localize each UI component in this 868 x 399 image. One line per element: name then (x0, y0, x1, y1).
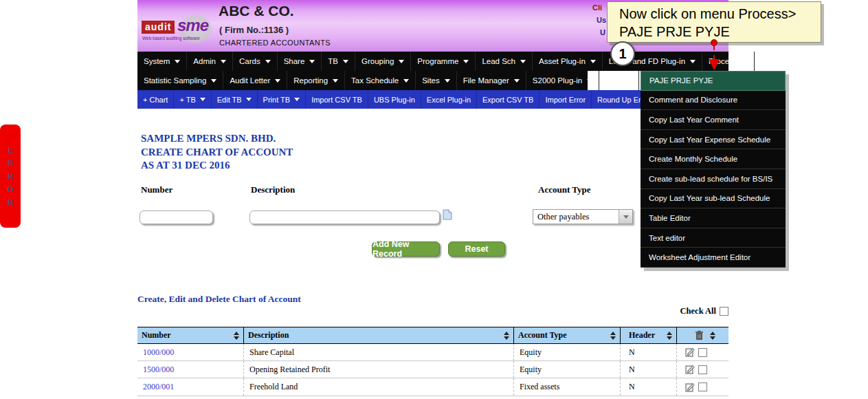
chevron-down-icon (294, 98, 300, 101)
account-number-link[interactable]: 2000/001 (143, 382, 174, 392)
tool-label: Print TB (263, 96, 291, 104)
dropdown-item-create-monthly[interactable]: Create Monthly Schedule (641, 149, 786, 169)
dropdown-item-paje-prje-pyje[interactable]: PAJE PRJE PYJE (641, 71, 786, 91)
dropdown-item-create-sublead[interactable]: Create sub-lead schedule for BS/IS (641, 169, 786, 189)
tool-export-csv-tb[interactable]: Export CSV TB (477, 90, 539, 109)
error-letter: E (8, 145, 13, 155)
menu-admin[interactable]: Admin (187, 52, 233, 71)
tool-print-tb[interactable]: Print TB (258, 90, 307, 109)
menu-bar-secondary: Statistic Sampling Audit Letter Reportin… (137, 71, 588, 90)
lookup-document-icon[interactable] (443, 209, 452, 220)
tool-label: + TB (179, 96, 195, 104)
tool-label: Excel Plug-in (427, 96, 471, 104)
menu-sites[interactable]: Sites (416, 71, 457, 90)
row-checkbox[interactable] (698, 348, 707, 357)
menu-label: Audit Letter (230, 76, 270, 85)
error-side-tab[interactable]: E R R O R (0, 125, 21, 228)
tool-ubs-plugin[interactable]: UBS Plug-in (368, 90, 421, 109)
account-type-select[interactable]: Other payables (533, 209, 633, 224)
pointer-dot (711, 39, 717, 46)
dropdown-item-copy-ly-comment[interactable]: Copy Last Year Comment (641, 110, 786, 130)
reset-button[interactable]: Reset (448, 241, 505, 257)
column-header-number[interactable]: Number (137, 327, 244, 343)
description-input[interactable] (249, 211, 440, 224)
menu-grouping[interactable]: Grouping (355, 52, 411, 71)
column-header-description[interactable]: Description (244, 327, 514, 343)
column-label: Header (629, 330, 664, 341)
tool-import-csv-tb[interactable]: Import CSV TB (306, 90, 368, 109)
tool-import-error[interactable]: Import Error (539, 90, 592, 109)
number-input[interactable] (140, 211, 213, 224)
menu-system[interactable]: System (137, 52, 187, 71)
clipped-text-click: Cli (592, 3, 602, 12)
row-checkbox[interactable] (698, 382, 707, 391)
add-new-record-button[interactable]: Add New Record (372, 241, 440, 257)
menu-cards[interactable]: Cards (233, 52, 278, 71)
menu-file-manager[interactable]: File Manager (457, 71, 526, 90)
error-letter: R (8, 197, 14, 208)
row-checkbox[interactable] (698, 365, 707, 374)
account-number-link[interactable]: 1500/000 (143, 365, 174, 375)
dropdown-item-text-editor[interactable]: Text editor (641, 228, 786, 248)
chart-of-account-table: Number Description Account Type Header (137, 327, 728, 396)
app-window: E R R O R audit sme Web based auditing s… (0, 0, 868, 399)
menu-share[interactable]: Share (278, 52, 322, 71)
menu-help[interactable]: Help (599, 71, 639, 90)
dropdown-item-comment-disclosure[interactable]: Comment and Disclosure (641, 91, 786, 111)
tool-label: Import CSV TB (311, 96, 362, 104)
menu-label: Cards (239, 57, 260, 65)
menu-label: Programme (417, 57, 458, 65)
chevron-down-icon (175, 60, 180, 63)
tool-add-chart[interactable]: + Chart (137, 90, 174, 109)
sort-icon[interactable] (667, 332, 672, 340)
logo-audit-text: audit (142, 21, 175, 34)
menu-label: S2000 Plug-in (533, 76, 582, 85)
menu-label: Admin (193, 57, 216, 65)
menu-audit-letter[interactable]: Audit Letter (223, 71, 287, 90)
auditsme-logo: audit sme Web based auditing software (142, 15, 219, 47)
menu-label: Help (605, 76, 622, 85)
dropdown-item-copy-ly-expense[interactable]: Copy Last Year Expense Schedule (641, 130, 786, 150)
menu-s2000-plugin[interactable]: S2000 Plug-in (526, 71, 599, 90)
trash-icon[interactable] (695, 330, 704, 341)
column-header-header[interactable]: Header (621, 327, 677, 343)
menu-reporting[interactable]: Reporting (287, 71, 345, 90)
tool-add-tb[interactable]: + TB (174, 90, 211, 109)
dropdown-item-table-editor[interactable]: Table Editor (641, 208, 786, 228)
column-header-account-type[interactable]: Account Type (514, 327, 621, 343)
menu-statistic-sampling[interactable]: Statistic Sampling (137, 71, 223, 90)
check-all-checkbox[interactable] (720, 307, 728, 316)
tool-edit-tb[interactable]: Edit TB (212, 90, 258, 109)
firm-number: ( Firm No.:1136 ) (219, 25, 289, 35)
chevron-down-icon (627, 79, 632, 83)
tool-excel-plugin[interactable]: Excel Plug-in (421, 90, 477, 109)
account-number-link[interactable]: 1000/000 (143, 347, 174, 358)
sort-icon[interactable] (710, 332, 715, 340)
menu-asset-plugin[interactable]: Asset Plug-in (533, 52, 603, 71)
tooltip-line-2: PAJE PRJE PYJE (619, 23, 814, 41)
dropdown-item-copy-ly-sublead[interactable]: Copy Last Year sub-lead Schedule (641, 189, 786, 209)
sort-icon[interactable] (504, 332, 509, 340)
menu-lead-sch[interactable]: Lead Sch (476, 52, 533, 71)
edit-icon[interactable] (685, 382, 695, 392)
dropdown-item-worksheet-adj-editor[interactable]: Worksheet Adjustment Editor (641, 248, 786, 268)
edit-icon[interactable] (685, 347, 695, 357)
sort-icon[interactable] (610, 332, 616, 340)
logo-sme-text: sme (177, 16, 208, 35)
menu-tax-schedule[interactable]: Tax Schedule (345, 71, 416, 90)
sort-icon[interactable] (234, 332, 239, 340)
menu-tb[interactable]: TB (322, 52, 355, 71)
menu-label: Asset Plug-in (539, 57, 586, 65)
edit-icon[interactable] (685, 365, 695, 374)
cell-account-type: Equity (514, 361, 621, 378)
menu-bar-primary: System Admin Cards Share TB Grouping Pro… (137, 52, 728, 71)
account-type-label: Account Type (538, 184, 590, 195)
menu-programme[interactable]: Programme (411, 52, 476, 71)
error-letter: R (8, 171, 14, 182)
tb-toolbar: + Chart + TB Edit TB Print TB Import CSV… (137, 90, 643, 109)
chevron-down-icon (265, 60, 271, 63)
column-header-delete[interactable] (677, 327, 728, 343)
select-chevron[interactable] (619, 210, 632, 224)
section-title: Create, Edit and Delete Chart of Account (137, 294, 301, 305)
cell-description: Share Capital (244, 344, 514, 360)
